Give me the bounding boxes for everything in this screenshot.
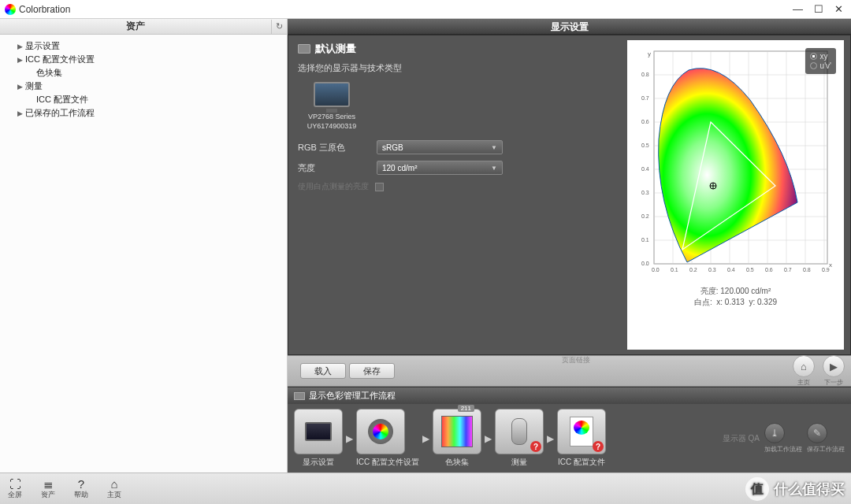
refresh-icon[interactable]: ↻ <box>271 20 287 34</box>
assets-button[interactable]: ≣资产 <box>41 478 55 500</box>
load-button[interactable]: 载入 <box>300 363 346 379</box>
chevron-down-icon: ▼ <box>491 165 497 172</box>
document-icon <box>570 417 593 447</box>
workflow-header: 显示色彩管理工作流程 <box>288 387 851 404</box>
sidebar-title: 资产 <box>0 20 271 33</box>
luminance-select[interactable]: 120 cd/m²▼ <box>377 161 503 175</box>
wf-icc-profile[interactable]: ? <box>557 409 606 454</box>
use-measured-white-checkbox[interactable] <box>375 183 384 191</box>
chevron-right-icon: ▶ <box>17 43 25 50</box>
tree-icc-profile[interactable]: ICC 配置文件 <box>6 93 281 106</box>
svg-text:0.7: 0.7 <box>641 95 649 101</box>
minimize-button[interactable]: — <box>793 3 803 15</box>
tree-icc-profile-settings[interactable]: ▶ICC 配置文件设置 <box>6 53 281 66</box>
svg-text:0.4: 0.4 <box>727 267 735 272</box>
svg-text:0.1: 0.1 <box>641 237 649 243</box>
sidebar: 资产 ↻ ▶显示设置 ▶ICC 配置文件设置 色块集 ▶测量 ICC 配置文件 … <box>0 19 288 472</box>
tree-patchset[interactable]: 色块集 <box>6 66 281 80</box>
svg-text:0.1: 0.1 <box>671 267 678 272</box>
app-icon <box>5 4 16 15</box>
svg-text:0.9: 0.9 <box>822 267 830 272</box>
titlebar: Colorbration — ☐ ✕ <box>0 0 851 19</box>
action-bar: 页面链接 载入 保存 ⌂主页 ▶下一步 <box>288 355 851 387</box>
home-button[interactable]: ⌂主页 <box>107 478 121 500</box>
arrow-icon: ▶ <box>547 433 554 444</box>
close-button[interactable]: ✕ <box>834 3 843 15</box>
monitor-serial: UY6174900319 <box>304 122 359 132</box>
wf-measure[interactable]: ? <box>495 409 544 454</box>
fullscreen-button[interactable]: ⛶全屏 <box>8 478 22 500</box>
rgb-primaries-select[interactable]: sRGB▼ <box>377 140 503 154</box>
asset-tree: ▶显示设置 ▶ICC 配置文件设置 色块集 ▶测量 ICC 配置文件 ▶已保存的… <box>0 35 287 124</box>
chevron-right-icon: ▶ <box>17 109 25 117</box>
main-panel: 显示设置 默认测量 选择您的显示器与技术类型 VP2768 Series UY6… <box>288 19 851 472</box>
wf-patchset[interactable]: 211 <box>433 409 481 454</box>
wf-icc-settings[interactable] <box>356 409 405 454</box>
chromaticity-chart: x y 0.00.10.20.30.40.50.60.70.80.9 0.00.… <box>627 40 844 350</box>
bottom-toolbar: ⛶全屏 ≣资产 ?帮助 ⌂主页 <box>0 472 851 504</box>
radio-xy[interactable]: xy <box>810 52 831 61</box>
watermark: 值 什么值得买 <box>745 477 845 501</box>
tree-saved-workflows[interactable]: ▶已保存的工作流程 <box>6 106 281 120</box>
maximize-button[interactable]: ☐ <box>814 3 823 15</box>
chevron-right-icon: ▶ <box>17 83 25 91</box>
window-title: Colorbration <box>19 4 70 15</box>
radio-on-icon <box>810 53 817 60</box>
svg-text:0.2: 0.2 <box>689 267 697 272</box>
monitor-card[interactable]: VP2768 Series UY6174900319 <box>304 82 359 131</box>
chart-info: 亮度: 120.000 cd/m² 白点: x: 0.313 y: 0.329 <box>632 286 839 308</box>
monitor-icon <box>298 44 310 54</box>
error-icon: ? <box>530 441 541 452</box>
svg-text:0.6: 0.6 <box>765 267 773 272</box>
section-subtitle: 选择您的显示器与技术类型 <box>298 62 618 74</box>
svg-text:0.3: 0.3 <box>641 190 649 195</box>
arrow-icon: ▶ <box>485 433 492 444</box>
save-workflow-button[interactable]: ✎ <box>807 423 827 443</box>
rgb-label: RGB 三原色 <box>298 142 377 154</box>
svg-text:y: y <box>648 50 651 57</box>
svg-text:0.0: 0.0 <box>652 267 660 272</box>
svg-text:0.6: 0.6 <box>641 119 649 124</box>
monitor-name: VP2768 Series <box>304 113 359 122</box>
tree-display-settings[interactable]: ▶显示设置 <box>6 39 281 53</box>
svg-text:0.5: 0.5 <box>746 267 754 272</box>
home-icon: ⌂ <box>107 478 121 490</box>
svg-text:0.7: 0.7 <box>784 267 792 272</box>
workflow-panel: 显示色彩管理工作流程 显示设置 ▶ ICC 配置文件设置 ▶ 211色块集 ▶ … <box>288 387 851 472</box>
radio-off-icon <box>810 62 817 69</box>
chevron-right-icon: ▶ <box>17 56 25 64</box>
chevron-down-icon: ▼ <box>491 144 497 151</box>
gear-icon <box>368 419 393 444</box>
use-measured-white-row: 使用白点测量的亮度 <box>298 181 618 192</box>
help-icon: ? <box>74 478 88 490</box>
svg-text:0.8: 0.8 <box>641 72 649 77</box>
wf-display-settings[interactable] <box>294 409 343 454</box>
chart-mode-radios: xy u'v' <box>805 48 836 74</box>
tree-measurement[interactable]: ▶测量 <box>6 80 281 93</box>
fullscreen-icon: ⛶ <box>8 478 22 490</box>
monitor-thumb-icon <box>314 82 350 107</box>
meter-icon <box>511 418 527 445</box>
radio-uv[interactable]: u'v' <box>810 61 831 70</box>
error-icon: ? <box>593 441 604 452</box>
arrow-icon: ▶ <box>422 433 429 444</box>
arrow-icon: ▶ <box>346 433 353 444</box>
luminance-label: 亮度 <box>298 162 377 174</box>
list-icon: ≣ <box>41 478 55 490</box>
main-header: 显示设置 <box>288 19 851 35</box>
save-button[interactable]: 保存 <box>349 363 395 379</box>
cie-diagram: x y 0.00.10.20.30.40.50.60.70.80.9 0.00.… <box>632 45 837 281</box>
load-workflow-button[interactable]: ⤓ <box>764 423 785 443</box>
qa-label: 显示器 QA <box>723 433 760 444</box>
section-title: 默认测量 <box>298 42 618 56</box>
display-icon <box>305 422 332 441</box>
swatch-icon <box>441 416 473 447</box>
help-button[interactable]: ?帮助 <box>74 478 88 500</box>
watermark-icon: 值 <box>745 477 769 501</box>
page-hint: 页面链接 <box>294 355 851 365</box>
svg-text:0.3: 0.3 <box>708 267 716 272</box>
sidebar-header: 资产 ↻ <box>0 19 287 35</box>
svg-text:0.5: 0.5 <box>641 143 649 148</box>
svg-text:0.4: 0.4 <box>641 166 649 172</box>
count-badge: 211 <box>458 405 474 412</box>
